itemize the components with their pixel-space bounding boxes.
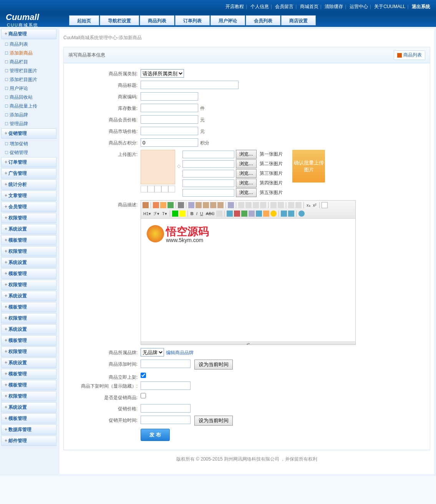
source-icon[interactable] <box>143 202 149 208</box>
redo-icon[interactable] <box>167 202 174 208</box>
browse-button[interactable]: 浏览… <box>236 188 257 197</box>
media-icon[interactable] <box>241 211 247 217</box>
sidebar-header[interactable]: 模板管理 <box>1 380 56 390</box>
new-icon[interactable] <box>153 202 159 208</box>
ul-icon[interactable] <box>278 202 284 208</box>
sidebar-header[interactable]: 会员管理 <box>1 202 56 212</box>
code-input[interactable] <box>141 92 198 101</box>
paste-icon[interactable] <box>203 202 209 208</box>
sidebar-header[interactable]: 系统设置 <box>1 358 56 368</box>
off-time-input[interactable] <box>141 381 191 390</box>
submit-button[interactable]: 发 布 <box>141 429 170 441</box>
align-left-icon[interactable] <box>238 202 244 208</box>
image-icon[interactable] <box>227 211 233 217</box>
sidebar-item[interactable]: 商品栏目 <box>1 58 56 66</box>
about-icon[interactable] <box>298 211 305 217</box>
upload-path-input[interactable] <box>182 160 234 168</box>
sidebar-item[interactable]: 添加品牌 <box>1 111 56 119</box>
sidebar-header[interactable]: 模板管理 <box>1 269 56 279</box>
browse-button[interactable]: 浏览… <box>236 169 257 178</box>
flash-icon[interactable] <box>234 211 240 217</box>
sidebar-header[interactable]: 模板管理 <box>1 235 56 245</box>
upload-path-input[interactable] <box>182 189 234 197</box>
indent-icon[interactable] <box>295 202 302 208</box>
textcolor-icon[interactable] <box>172 211 178 217</box>
set-now-button[interactable]: 设为当前时间 <box>194 360 233 370</box>
on-shelf-checkbox[interactable] <box>141 373 146 378</box>
outdent-icon[interactable] <box>288 202 294 208</box>
is-promo-checkbox[interactable] <box>141 393 146 398</box>
sidebar-item[interactable]: 管理栏目图片 <box>1 66 56 75</box>
category-select[interactable]: 请选择所属类别 <box>141 69 184 78</box>
sidebar-header[interactable]: 统计分析 <box>1 179 56 190</box>
sidebar-header[interactable]: 系统设置 <box>1 324 56 335</box>
removeformat-icon[interactable] <box>216 211 222 217</box>
sidebar-header[interactable]: 订单管理 <box>1 157 56 167</box>
header-link[interactable]: 会员留言 <box>275 4 293 9</box>
align-center-icon[interactable] <box>245 202 252 208</box>
sidebar-header[interactable]: 权限管理 <box>1 246 56 257</box>
sidebar-item[interactable]: 商品列表 <box>1 40 56 49</box>
thumb[interactable] <box>141 186 148 192</box>
promo-price-input[interactable] <box>141 404 191 413</box>
paste-text-icon[interactable] <box>210 202 216 208</box>
sidebar-header[interactable]: 模板管理 <box>1 335 56 346</box>
sidebar-item[interactable]: 添加栏目图片 <box>1 75 56 84</box>
nav-settings[interactable]: 商店设置 <box>281 15 316 25</box>
sidebar-header[interactable]: 商品管理 <box>1 29 56 39</box>
sidebar-header[interactable]: 邮件管理 <box>1 436 56 446</box>
brand-select[interactable]: 无品牌 <box>141 348 164 356</box>
promo-start-input[interactable] <box>141 416 191 424</box>
ol-icon[interactable] <box>270 202 277 208</box>
font-select[interactable]: ℱ▾ <box>153 211 160 216</box>
add-time-input[interactable] <box>141 360 191 368</box>
sidebar-header[interactable]: 权限管理 <box>1 313 56 323</box>
nav-orders[interactable]: 订单列表 <box>175 15 210 25</box>
nav-reviews[interactable]: 用户评论 <box>211 15 245 25</box>
sidebar-item[interactable]: 增加促销 <box>1 139 56 148</box>
editor-resize-handle[interactable]: ▴▾ <box>141 342 355 345</box>
upload-path-input[interactable] <box>182 170 234 177</box>
print-icon[interactable] <box>178 202 184 208</box>
thumb[interactable] <box>148 186 154 192</box>
sidebar-header[interactable]: 权限管理 <box>1 213 56 223</box>
emoji-icon[interactable] <box>270 211 277 217</box>
unlink-icon[interactable] <box>288 211 294 217</box>
copy-icon[interactable] <box>196 202 202 208</box>
sidebar-header[interactable]: 数据库管理 <box>1 424 56 435</box>
sidebar-header[interactable]: 系统设置 <box>1 402 56 413</box>
select-all-icon[interactable] <box>228 202 234 208</box>
cut-icon[interactable] <box>188 202 194 208</box>
header-link[interactable]: 运营中心 <box>350 4 368 9</box>
bold-icon[interactable]: B <box>190 211 194 216</box>
underline-icon[interactable]: U <box>199 211 204 216</box>
size-select[interactable]: T▾ <box>161 211 168 216</box>
product-list-button[interactable]: 商品列表 <box>394 50 425 60</box>
thumb[interactable] <box>168 186 175 192</box>
browse-button[interactable]: 浏览… <box>236 159 257 168</box>
sidebar-header[interactable]: 模板管理 <box>1 413 56 424</box>
sidebar-header[interactable]: 系统设置 <box>1 291 56 301</box>
sidebar-item[interactable]: 用户评论 <box>1 84 56 93</box>
sidebar-header[interactable]: 文章管理 <box>1 191 56 201</box>
logout-link[interactable]: 退出系统 <box>412 4 430 9</box>
strike-icon[interactable]: ABC <box>205 211 216 216</box>
undo-icon[interactable] <box>160 202 166 208</box>
cursor-icon[interactable] <box>322 202 328 208</box>
thumb[interactable] <box>161 186 168 192</box>
header-link[interactable]: 关于CUUMALL <box>374 4 405 9</box>
sidebar-item[interactable]: 商品批量上传 <box>1 102 56 111</box>
sup-icon[interactable]: x² <box>312 203 317 207</box>
sub-icon[interactable]: x₂ <box>306 203 311 208</box>
header-link[interactable]: 商城首页 <box>300 4 318 9</box>
paste-word-icon[interactable] <box>217 202 224 208</box>
member-price-input[interactable] <box>141 115 198 124</box>
sidebar-header[interactable]: 系统设置 <box>1 257 56 268</box>
sidebar-header[interactable]: 权限管理 <box>1 391 56 401</box>
italic-icon[interactable]: I <box>196 211 198 216</box>
nav-navbar[interactable]: 导航栏设置 <box>100 15 139 25</box>
sidebar-header[interactable]: 促销管理 <box>1 128 56 139</box>
bgcolor-icon[interactable] <box>179 211 186 217</box>
points-input[interactable] <box>141 138 198 147</box>
table-icon[interactable] <box>256 211 262 217</box>
